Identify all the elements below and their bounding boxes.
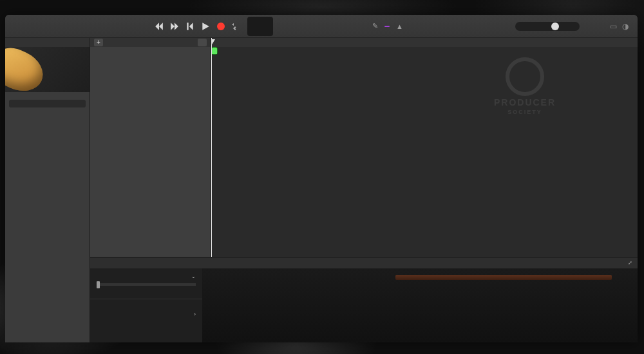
tuner-icon[interactable]: ✎ xyxy=(372,22,378,30)
master-volume-slider[interactable] xyxy=(515,22,580,31)
app-window: ✎ ▲ ▭ ◑ + PRODUCER SOCIET xyxy=(5,15,638,342)
watermark: PRODUCER SOCIETY xyxy=(483,57,567,128)
library-panel xyxy=(5,38,90,342)
tracks-pane: + PRODUCER SOCIETY xyxy=(90,38,638,257)
midi-region[interactable] xyxy=(211,47,218,55)
notepad-icon[interactable]: ▭ xyxy=(610,22,617,31)
cycle-button[interactable] xyxy=(232,22,241,31)
smart-controls-surface xyxy=(202,268,638,342)
playhead[interactable] xyxy=(211,38,212,257)
expand-panel-icon[interactable]: ⤢ xyxy=(628,260,632,266)
loops-icon[interactable]: ◑ xyxy=(622,22,629,31)
inspector-left-column: ⌄ › xyxy=(90,268,202,342)
library-header[interactable] xyxy=(5,38,90,47)
transport-bar: ✎ ▲ ▭ ◑ xyxy=(5,15,638,38)
track-headers-column: + xyxy=(90,38,211,257)
timeline-ruler[interactable] xyxy=(211,38,638,47)
record-button[interactable] xyxy=(216,22,225,31)
smart-controls-panel: ⤢ ⌄ › xyxy=(90,257,638,342)
count-in-button[interactable] xyxy=(384,26,390,27)
library-instrument-name xyxy=(5,92,90,97)
amp-visual xyxy=(395,275,612,280)
play-button[interactable] xyxy=(201,22,210,31)
library-preview-image xyxy=(5,47,90,92)
arrange-area[interactable]: PRODUCER SOCIETY xyxy=(211,38,638,257)
chevron-down-icon[interactable]: ⌄ xyxy=(191,274,196,279)
keyboard-sensitivity-slider[interactable] xyxy=(97,283,196,286)
rewind-button[interactable] xyxy=(155,22,164,31)
forward-button[interactable] xyxy=(170,22,179,31)
go-to-start-button[interactable] xyxy=(185,22,194,31)
lcd-display[interactable] xyxy=(247,17,273,36)
plugins-disclosure-icon[interactable]: › xyxy=(194,311,196,317)
metronome-icon[interactable]: ▲ xyxy=(396,23,403,30)
library-search-input[interactable] xyxy=(9,100,86,107)
track-header-options-icon[interactable] xyxy=(198,39,207,46)
add-track-button[interactable]: + xyxy=(94,39,103,46)
